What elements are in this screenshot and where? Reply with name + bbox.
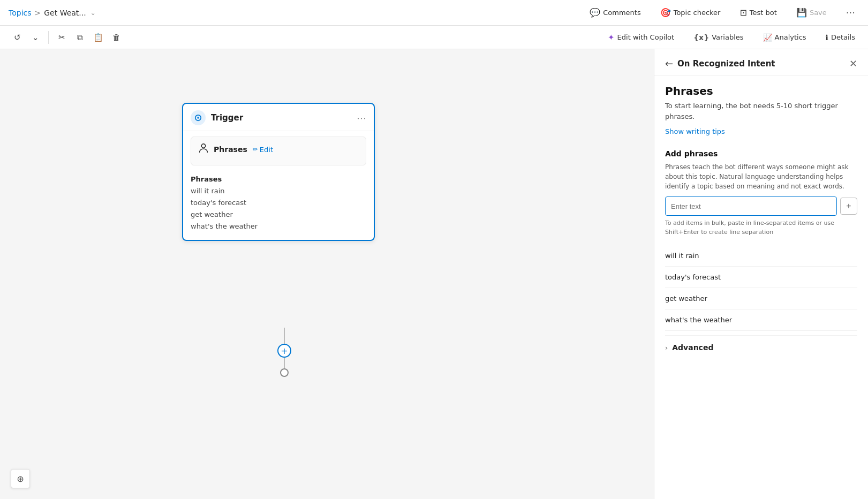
top-nav-actions: 💬 Comments 🎯 Topic checker ⊡ Test bot 💾 … — [585, 5, 859, 20]
phrase-item-1: will it rain — [191, 185, 366, 197]
trigger-more-button[interactable]: ⋯ — [357, 112, 366, 124]
add-phrase-button[interactable]: + — [840, 198, 857, 215]
phrases-section-heading: Phrases — [665, 85, 857, 97]
phrases-description: To start learning, the bot needs 5-10 sh… — [665, 101, 857, 122]
trigger-card: Trigger ⋯ Phrases ✏️ — [182, 103, 375, 241]
comments-icon: 💬 — [590, 7, 600, 18]
add-node-button[interactable]: + — [277, 344, 291, 358]
details-button[interactable]: ℹ Details — [821, 31, 859, 44]
test-bot-label: Test bot — [750, 9, 777, 17]
phrases-box-header: Phrases ✏️ Edit — [198, 142, 359, 156]
person-icon — [198, 142, 209, 156]
toolbar-left: ↺ ⌄ ✂ ⧉ 📋 🗑 — [9, 29, 125, 46]
save-button[interactable]: 💾 Save — [792, 5, 831, 20]
analytics-icon: 📈 — [763, 33, 772, 42]
svg-point-1 — [197, 117, 199, 119]
trigger-phrases-box[interactable]: Phrases ✏️ Edit — [191, 137, 366, 165]
add-phrases-heading: Add phrases — [665, 149, 857, 158]
trigger-title: Trigger — [211, 113, 243, 123]
comments-label: Comments — [603, 9, 640, 17]
paste-button[interactable]: 📋 — [89, 29, 107, 46]
save-label: Save — [810, 9, 827, 17]
toolbar-divider-1 — [48, 31, 49, 44]
edit-pencil-icon: ✏️ — [253, 146, 258, 153]
topic-checker-icon: 🎯 — [660, 7, 671, 18]
phrase-text-input[interactable] — [665, 196, 837, 216]
more-options-button[interactable]: ··· — [842, 5, 859, 20]
topic-checker-button[interactable]: 🎯 Topic checker — [656, 5, 725, 20]
undo-button[interactable]: ↺ — [9, 29, 26, 46]
panel-back-button[interactable]: ← — [665, 58, 673, 69]
svg-point-2 — [201, 144, 205, 148]
toolbar-right: ✦ Edit with Copilot {x} Variables 📈 Anal… — [603, 31, 859, 44]
edit-link-label: Edit — [260, 146, 273, 154]
comments-button[interactable]: 💬 Comments — [585, 5, 645, 20]
connector-endpoint — [280, 368, 289, 377]
connector-line-top — [284, 328, 285, 344]
breadcrumb-topics[interactable]: Topics — [9, 9, 32, 17]
phrase-list-item-4: what's the weather — [665, 309, 857, 331]
variables-button[interactable]: {x} Variables — [689, 31, 748, 44]
phrases-section-title: Phrases — [191, 175, 366, 183]
copy-button[interactable]: ⧉ — [71, 29, 88, 46]
phrase-list-item-3: get weather — [665, 288, 857, 309]
variables-icon: {x} — [693, 33, 709, 42]
toolbar: ↺ ⌄ ✂ ⧉ 📋 🗑 ✦ Edit with Copilot {x} Vari… — [0, 26, 868, 49]
edit-phrases-link[interactable]: ✏️ Edit — [253, 146, 273, 154]
test-bot-button[interactable]: ⊡ Test bot — [735, 5, 781, 20]
phrase-list-item-1: will it rain — [665, 245, 857, 267]
bulk-hint-text: To add items in bulk, paste in line-sepa… — [665, 219, 857, 237]
zoom-button[interactable]: ⊕ — [11, 469, 30, 488]
right-panel: ← On Recognized Intent ✕ Phrases To star… — [654, 49, 868, 499]
variables-label: Variables — [712, 33, 743, 41]
phrases-list-area: Phrases will it rain today's forecast ge… — [183, 171, 374, 240]
phrase-item-2: today's forecast — [191, 197, 366, 209]
phrases-title-box: Phrases ✏️ Edit — [214, 145, 273, 154]
main-area: Trigger ⋯ Phrases ✏️ — [0, 49, 868, 499]
connector-line-bottom — [284, 358, 285, 368]
breadcrumb: Topics > Get Weat... ⌄ — [9, 9, 96, 17]
breadcrumb-separator: > — [35, 9, 41, 17]
top-nav: Topics > Get Weat... ⌄ 💬 Comments 🎯 Topi… — [0, 0, 868, 26]
breadcrumb-chevron-icon[interactable]: ⌄ — [90, 9, 96, 17]
phrases-box-title: Phrases — [214, 145, 247, 154]
panel-title: On Recognized Intent — [677, 59, 849, 69]
copilot-icon: ✦ — [608, 33, 615, 42]
edit-copilot-label: Edit with Copilot — [617, 33, 675, 41]
trigger-header-left: Trigger — [191, 110, 243, 125]
trigger-header: Trigger ⋯ — [183, 104, 374, 131]
phrase-item-3: get weather — [191, 209, 366, 221]
topic-checker-label: Topic checker — [674, 9, 721, 17]
writing-tips-link[interactable]: Show writing tips — [665, 127, 725, 135]
add-phrases-description: Phrases teach the bot different ways som… — [665, 162, 857, 191]
canvas[interactable]: Trigger ⋯ Phrases ✏️ — [0, 49, 654, 499]
connector-area: + — [277, 328, 291, 377]
analytics-label: Analytics — [775, 33, 806, 41]
cut-button[interactable]: ✂ — [53, 29, 70, 46]
advanced-section[interactable]: › Advanced — [665, 335, 857, 359]
panel-body: Phrases To start learning, the bot needs… — [654, 76, 868, 499]
phrase-input-row: + — [665, 196, 857, 216]
breadcrumb-current: Get Weat... — [44, 9, 86, 17]
phrase-list-item-2: today's forecast — [665, 267, 857, 288]
panel-header: ← On Recognized Intent ✕ — [654, 49, 868, 76]
details-icon: ℹ — [826, 33, 828, 42]
phrase-item-4: what's the weather — [191, 221, 366, 232]
test-bot-icon: ⊡ — [739, 7, 746, 18]
panel-close-button[interactable]: ✕ — [849, 58, 857, 69]
save-icon: 💾 — [796, 7, 807, 18]
analytics-button[interactable]: 📈 Analytics — [759, 31, 811, 44]
edit-copilot-button[interactable]: ✦ Edit with Copilot — [603, 31, 678, 44]
details-label: Details — [831, 33, 855, 41]
advanced-label: Advanced — [672, 343, 713, 352]
history-chevron-button[interactable]: ⌄ — [27, 29, 44, 46]
delete-button[interactable]: 🗑 — [108, 29, 125, 46]
advanced-chevron-icon: › — [665, 344, 668, 352]
trigger-icon — [191, 110, 206, 125]
